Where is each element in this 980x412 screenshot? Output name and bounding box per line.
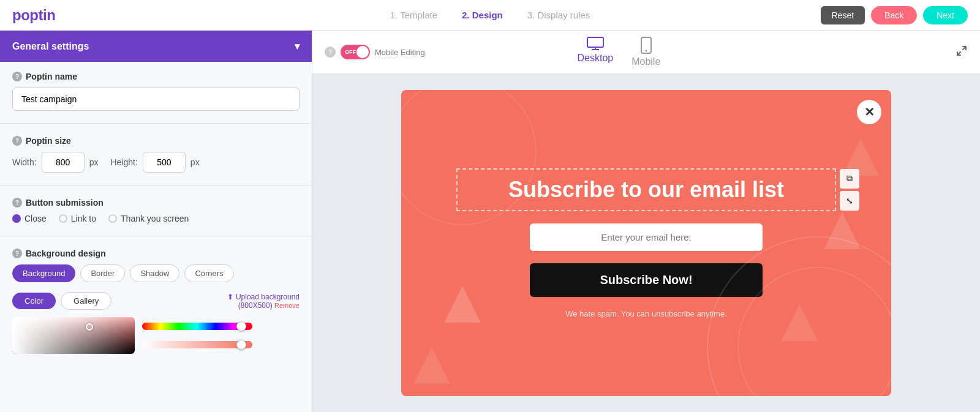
svg-marker-8 — [781, 304, 818, 341]
email-input-wrap — [530, 223, 763, 251]
help-icon-size[interactable]: ? — [12, 136, 22, 146]
tab-background[interactable]: Background — [12, 264, 75, 282]
spam-note: We hate spam. You can unsubscribe anytim… — [565, 309, 727, 318]
stepper: 1. Template 2. Design 3. Display rules — [390, 10, 590, 20]
help-icon-mobile[interactable]: ? — [325, 47, 336, 58]
tab-border[interactable]: Border — [80, 264, 125, 282]
tab-shadow[interactable]: Shadow — [130, 264, 179, 282]
help-icon-bg[interactable]: ? — [12, 249, 22, 258]
back-button[interactable]: Back — [871, 6, 917, 24]
subscribe-button[interactable]: Subscribe Now! — [530, 263, 763, 297]
resize-icon[interactable]: ⤡ — [840, 191, 859, 211]
hue-thumb — [236, 321, 246, 331]
svg-rect-0 — [587, 37, 603, 47]
radio-link-label: Link to — [71, 214, 96, 223]
upload-icon: ⬆ — [227, 293, 233, 301]
mobile-editing-label: Mobile Editing — [375, 48, 425, 57]
poptin-size-label-row: ? Poptin size — [12, 136, 300, 146]
next-button[interactable]: Next — [923, 6, 968, 24]
chevron-down-icon: ▾ — [295, 40, 300, 52]
radio-dot-close — [12, 214, 21, 223]
radio-dot-link — [59, 214, 67, 223]
radio-close-label: Close — [24, 214, 47, 223]
stepper-step3: 3. Display rules — [527, 10, 590, 20]
popup-close-button[interactable]: ✕ — [857, 100, 881, 124]
bg-design-label: Background design — [26, 249, 106, 258]
main-layout: General settings ▾ ? Poptin name ? Popti… — [0, 31, 980, 412]
hue-slider[interactable] — [142, 323, 252, 330]
help-icon-name[interactable]: ? — [12, 72, 22, 81]
preview-area: ✕ Subscribe to our email list ⧉ ⤡ Subscr… — [312, 74, 980, 412]
button-submission-section: ? Button submission Close Link to Thank … — [0, 188, 312, 233]
width-group: Width: px — [12, 152, 98, 173]
popup-title[interactable]: Subscribe to our email list — [472, 177, 820, 203]
height-px: px — [190, 157, 200, 167]
toggle-knob — [356, 46, 369, 58]
svg-point-3 — [707, 237, 891, 396]
toggle-wrap: ? OFF Mobile Editing — [325, 45, 425, 59]
height-label: Height: — [110, 157, 137, 167]
popup-container: ✕ Subscribe to our email list ⧉ ⤡ Subscr… — [401, 90, 891, 396]
copy-icon[interactable]: ⧉ — [840, 169, 859, 189]
panel-header: General settings ▾ — [0, 31, 312, 62]
tab-corners[interactable]: Corners — [184, 264, 233, 282]
expand-icon[interactable] — [956, 45, 968, 60]
height-input[interactable] — [143, 152, 186, 173]
radio-link-to[interactable]: Link to — [59, 214, 96, 223]
color-picker — [12, 317, 300, 354]
right-panel: ? OFF Mobile Editing Desktop — [312, 31, 980, 412]
upload-background-button[interactable]: ⬆ Upload background (800X500) Remove — [227, 293, 300, 310]
mobile-icon-button[interactable]: Mobile — [631, 37, 660, 67]
device-icons: Desktop Mobile — [577, 37, 660, 67]
top-actions: Reset Back Next — [821, 6, 968, 24]
preview-toolbar: ? OFF Mobile Editing Desktop — [312, 31, 980, 74]
bg-design-section: ? Background design Background Border Sh… — [0, 239, 312, 292]
width-label: Width: — [12, 157, 37, 167]
svg-marker-6 — [444, 286, 481, 323]
svg-marker-7 — [824, 212, 861, 249]
radio-thank-you[interactable]: Thank you screen — [108, 214, 189, 223]
radio-group: Close Link to Thank you screen — [12, 214, 300, 223]
button-submission-label: Button submission — [26, 198, 104, 208]
poptin-name-label: Poptin name — [26, 72, 77, 81]
opacity-thumb — [236, 340, 246, 350]
color-thumb — [86, 323, 93, 331]
left-panel: General settings ▾ ? Poptin name ? Popti… — [0, 31, 312, 412]
reset-button[interactable]: Reset — [821, 6, 865, 24]
bg-design-label-row: ? Background design — [12, 249, 300, 258]
svg-marker-9 — [413, 347, 450, 384]
panel-title: General settings — [12, 41, 89, 52]
color-sliders — [142, 317, 252, 354]
opacity-slider[interactable] — [142, 341, 252, 348]
popup-title-box: Subscribe to our email list ⧉ ⤡ — [456, 168, 836, 211]
gallery-button[interactable]: Gallery — [61, 292, 111, 310]
email-input[interactable] — [530, 223, 763, 251]
logo: poptin — [12, 7, 55, 24]
help-icon-button[interactable]: ? — [12, 198, 22, 208]
poptin-size-section: ? Poptin size Width: px Height: px — [0, 126, 312, 182]
color-gradient-box[interactable] — [12, 317, 135, 354]
stepper-step1: 1. Template — [390, 10, 437, 20]
top-bar: poptin 1. Template 2. Design 3. Display … — [0, 0, 980, 31]
poptin-name-section: ? Poptin name — [0, 62, 312, 121]
stepper-step2: 2. Design — [462, 10, 503, 20]
height-group: Height: px — [110, 152, 199, 173]
color-gallery-section: Color Gallery ⬆ Upload background (800X5… — [0, 292, 312, 364]
width-input[interactable] — [42, 152, 85, 173]
radio-close[interactable]: Close — [12, 214, 47, 223]
size-row: Width: px Height: px — [12, 152, 300, 173]
poptin-size-label: Poptin size — [26, 136, 71, 146]
svg-point-2 — [645, 50, 647, 52]
radio-thankyou-label: Thank you screen — [121, 214, 189, 223]
button-submission-label-row: ? Button submission — [12, 198, 300, 208]
poptin-name-label-row: ? Poptin name — [12, 72, 300, 81]
width-px: px — [89, 157, 99, 167]
mobile-label: Mobile — [631, 56, 660, 67]
desktop-icon-button[interactable]: Desktop — [577, 37, 613, 67]
mobile-toggle[interactable]: OFF — [341, 45, 370, 59]
poptin-name-input[interactable] — [12, 88, 300, 111]
bg-tabs: Background Border Shadow Corners — [12, 264, 300, 282]
color-button[interactable]: Color — [12, 293, 56, 309]
desktop-label: Desktop — [577, 53, 613, 64]
radio-dot-thankyou — [108, 214, 117, 223]
